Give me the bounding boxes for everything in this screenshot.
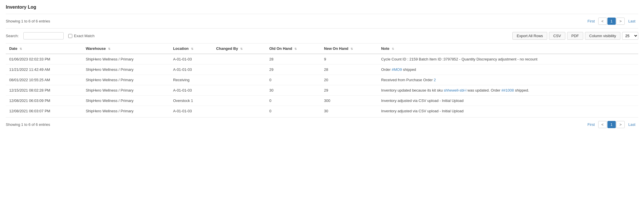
cell-note: Received from Purchase Order 2 <box>378 75 638 85</box>
col-location[interactable]: Location ⇅ <box>170 43 213 54</box>
note-link2[interactable]: ##1008 <box>501 88 514 92</box>
bottom-showing-text: Showing 1 to 6 of 6 entries <box>6 122 50 127</box>
cell-old-on-hand: 29 <box>266 65 321 75</box>
note-link[interactable]: shhewell-sbl-l <box>444 88 467 92</box>
cell-new-on-hand: 300 <box>321 96 378 106</box>
cell-new-on-hand: 30 <box>321 106 378 116</box>
exact-match-checkbox[interactable] <box>68 34 72 38</box>
col-warehouse[interactable]: Warehouse ⇅ <box>82 43 170 54</box>
top-first-button[interactable]: First <box>585 18 598 24</box>
cell-old-on-hand: 28 <box>266 54 321 65</box>
cell-location: Receiving <box>170 75 213 85</box>
inventory-log-table: Date ⇅ Warehouse ⇅ Location ⇅ Changed By… <box>6 43 638 116</box>
cell-date: 11/21/2022 11:42:49 AM <box>6 65 82 75</box>
col-date[interactable]: Date ⇅ <box>6 43 82 54</box>
cell-warehouse: ShipHero Wellness / Primary <box>82 96 170 106</box>
cell-changed-by <box>213 75 266 85</box>
note-link[interactable]: 2 <box>434 78 436 82</box>
page-title: Inventory Log <box>6 5 638 14</box>
cell-old-on-hand: 0 <box>266 96 321 106</box>
cell-note: Cycle Count ID : 2159 Batch Item ID :379… <box>378 54 638 65</box>
cell-new-on-hand: 29 <box>321 85 378 96</box>
bottom-page-1-button[interactable]: 1 <box>607 121 616 128</box>
cell-changed-by <box>213 65 266 75</box>
cell-date: 12/08/2021 06:03:07 PM <box>6 106 82 116</box>
cell-warehouse: ShipHero Wellness / Primary <box>82 65 170 75</box>
cell-location: A-01-01-03 <box>170 65 213 75</box>
cell-note: Order #MO9 shipped <box>378 65 638 75</box>
bottom-pagination: First < 1 > Last <box>585 121 638 128</box>
top-bar: Showing 1 to 6 of 6 entries First < 1 > … <box>6 14 638 29</box>
col-old-on-hand[interactable]: Old On Hand ⇅ <box>266 43 321 54</box>
exact-match-text: Exact Match <box>74 34 95 38</box>
cell-new-on-hand: 28 <box>321 65 378 75</box>
top-page-1-button[interactable]: 1 <box>607 18 616 25</box>
cell-new-on-hand: 9 <box>321 54 378 65</box>
cell-warehouse: ShipHero Wellness / Primary <box>82 54 170 65</box>
cell-warehouse: ShipHero Wellness / Primary <box>82 85 170 96</box>
table-row: 01/06/2023 02:02:33 PMShipHero Wellness … <box>6 54 638 65</box>
bottom-prev-button[interactable]: < <box>598 121 607 128</box>
search-toolbar: Search: Exact Match Export All Rows CSV … <box>6 29 638 43</box>
pdf-button[interactable]: PDF <box>567 32 583 40</box>
cell-location: A-01-01-03 <box>170 54 213 65</box>
cell-date: 12/15/2021 08:02:28 PM <box>6 85 82 96</box>
top-last-button[interactable]: Last <box>625 18 638 24</box>
top-prev-button[interactable]: < <box>598 18 607 25</box>
cell-old-on-hand: 0 <box>266 75 321 85</box>
search-label: Search: <box>6 34 19 38</box>
cell-changed-by <box>213 54 266 65</box>
table-body: 01/06/2023 02:02:33 PMShipHero Wellness … <box>6 54 638 116</box>
toolbar-right: Export All Rows CSV PDF Column visibilit… <box>512 32 638 40</box>
exact-match-label[interactable]: Exact Match <box>68 34 95 38</box>
top-next-button[interactable]: > <box>616 18 625 25</box>
bottom-bar: Showing 1 to 6 of 6 entries First < 1 > … <box>6 117 638 132</box>
bottom-next-button[interactable]: > <box>616 121 625 128</box>
cell-date: 01/06/2023 02:02:33 PM <box>6 54 82 65</box>
cell-location: Overstock 1 <box>170 96 213 106</box>
table-header: Date ⇅ Warehouse ⇅ Location ⇅ Changed By… <box>6 43 638 54</box>
cell-old-on-hand: 30 <box>266 85 321 96</box>
cell-warehouse: ShipHero Wellness / Primary <box>82 106 170 116</box>
col-note: Note ⇅ <box>378 43 638 54</box>
top-showing-text: Showing 1 to 6 of 6 entries <box>6 19 50 23</box>
cell-note: Inventory updated because its kit sku sh… <box>378 85 638 96</box>
cell-location: A-01-01-03 <box>170 106 213 116</box>
cell-date: 12/08/2021 06:03:09 PM <box>6 96 82 106</box>
per-page-select[interactable]: 25 50 100 <box>622 32 638 40</box>
bottom-first-button[interactable]: First <box>585 121 598 128</box>
cell-changed-by <box>213 85 266 96</box>
table-row: 12/08/2021 06:03:09 PMShipHero Wellness … <box>6 96 638 106</box>
csv-button[interactable]: CSV <box>549 32 565 40</box>
cell-note: Inventory adjusted via CSV upload - Init… <box>378 96 638 106</box>
table-row: 11/21/2022 11:42:49 AMShipHero Wellness … <box>6 65 638 75</box>
note-link[interactable]: #MO9 <box>392 67 402 72</box>
table-row: 12/15/2021 08:02:28 PMShipHero Wellness … <box>6 85 638 96</box>
cell-date: 08/01/2022 10:55:25 AM <box>6 75 82 85</box>
bottom-last-button[interactable]: Last <box>625 121 638 128</box>
col-new-on-hand[interactable]: New On Hand ⇅ <box>321 43 378 54</box>
column-visibility-button[interactable]: Column visibility <box>585 32 620 40</box>
cell-note: Inventory adjusted via CSV upload - Init… <box>378 106 638 116</box>
table-row: 08/01/2022 10:55:25 AMShipHero Wellness … <box>6 75 638 85</box>
search-input[interactable] <box>23 32 64 39</box>
cell-changed-by <box>213 106 266 116</box>
col-changed-by[interactable]: Changed By ⇅ <box>213 43 266 54</box>
cell-warehouse: ShipHero Wellness / Primary <box>82 75 170 85</box>
table-row: 12/08/2021 06:03:07 PMShipHero Wellness … <box>6 106 638 116</box>
export-all-rows-button[interactable]: Export All Rows <box>512 32 547 40</box>
cell-changed-by <box>213 96 266 106</box>
top-pagination: First < 1 > Last <box>585 18 638 25</box>
cell-location: A-01-01-03 <box>170 85 213 96</box>
cell-new-on-hand: 20 <box>321 75 378 85</box>
cell-old-on-hand: 0 <box>266 106 321 116</box>
